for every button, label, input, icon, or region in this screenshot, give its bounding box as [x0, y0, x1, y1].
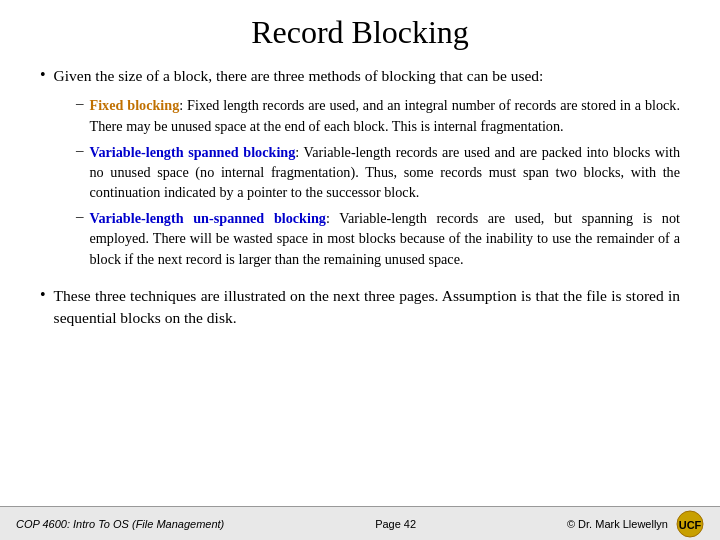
slide-footer: COP 4600: Intro To OS (File Management) … — [0, 506, 720, 540]
footer-copyright: © Dr. Mark Llewellyn — [567, 518, 668, 530]
slide-content: Record Blocking • Given the size of a bl… — [0, 0, 720, 506]
sub-bullet-2: – Variable-length spanned blocking: Vari… — [76, 142, 680, 202]
slide-page: Record Blocking • Given the size of a bl… — [0, 0, 720, 540]
footer-course: COP 4600: Intro To OS (File Management) — [16, 518, 224, 530]
slide-title: Record Blocking — [40, 14, 680, 51]
sub-dash-1: – — [76, 95, 84, 112]
bullet-dot-1: • — [40, 66, 46, 84]
bullet-main-1: • Given the size of a block, there are t… — [40, 65, 680, 87]
sub-bullet-1: – Fixed blocking: Fixed length records a… — [76, 95, 680, 135]
bullet-text-2: These three techniques are illustrated o… — [54, 285, 680, 330]
svg-text:UCF: UCF — [679, 519, 702, 531]
highlight-unspanned-blocking: Variable-length un-spanned blocking — [90, 210, 326, 226]
highlight-spanned-blocking: Variable-length spanned blocking — [90, 144, 296, 160]
sub-dash-2: – — [76, 142, 84, 159]
bullet-dot-2: • — [40, 286, 46, 304]
ucf-logo-icon: UCF — [676, 510, 704, 538]
bullet-text-1: Given the size of a block, there are thr… — [54, 65, 544, 87]
sub-bullet-3: – Variable-length un-spanned blocking: V… — [76, 208, 680, 268]
highlight-fixed-blocking: Fixed blocking — [90, 97, 180, 113]
sub-text-2: Variable-length spanned blocking: Variab… — [90, 142, 681, 202]
bullet-section-1: • Given the size of a block, there are t… — [40, 65, 680, 275]
sub-bullets-list: – Fixed blocking: Fixed length records a… — [76, 95, 680, 268]
sub-text-1-rest: : Fixed length records are used, and an … — [90, 97, 681, 133]
sub-dash-3: – — [76, 208, 84, 225]
footer-right-section: © Dr. Mark Llewellyn UCF — [567, 510, 704, 538]
footer-page: Page 42 — [375, 518, 416, 530]
bullet-main-2: • These three techniques are illustrated… — [40, 285, 680, 330]
sub-text-1: Fixed blocking: Fixed length records are… — [90, 95, 681, 135]
bullet-section-2: • These three techniques are illustrated… — [40, 285, 680, 338]
sub-text-3: Variable-length un-spanned blocking: Var… — [90, 208, 681, 268]
